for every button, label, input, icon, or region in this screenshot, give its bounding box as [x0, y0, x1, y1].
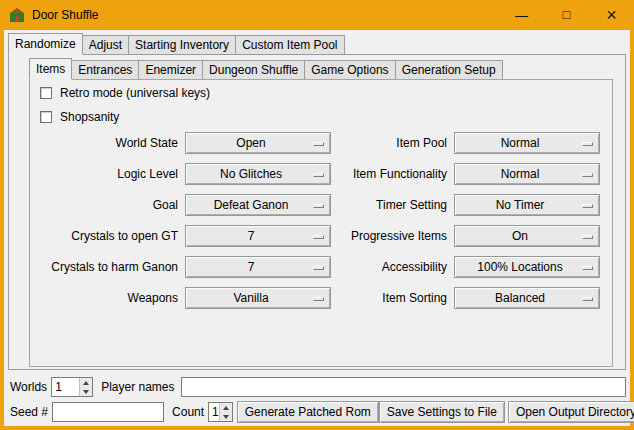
- count-spinner[interactable]: 1: [208, 402, 233, 422]
- weapons-dropdown[interactable]: Vanilla: [185, 287, 331, 309]
- dropdown-indicator-icon: [582, 297, 593, 301]
- generate-patched-rom-button[interactable]: Generate Patched Rom: [237, 401, 379, 423]
- tab-starting-inventory[interactable]: Starting Inventory: [128, 35, 236, 54]
- spin-down-icon[interactable]: [80, 387, 92, 396]
- dropdown-indicator-icon: [582, 142, 593, 146]
- dropdown-indicator-icon: [313, 142, 324, 146]
- dropdown-value: No Glitches: [220, 167, 296, 181]
- tab-label: Entrances: [78, 63, 132, 77]
- crystals-ganon-label: Crystals to harm Ganon: [40, 260, 178, 274]
- dropdown-indicator-icon: [313, 204, 324, 208]
- titlebar[interactable]: Door Shuffle — □ ×: [0, 0, 634, 30]
- dropdown-indicator-icon: [582, 266, 593, 270]
- dropdown-value: 7: [248, 229, 269, 243]
- client-area: Randomize Adjust Starting Inventory Cust…: [4, 30, 630, 426]
- option-row: Goal Defeat Ganon Timer Setting No Timer: [30, 194, 612, 216]
- sub-tab-bar: Items Entrances Enemizer Dungeon Shuffle…: [29, 57, 502, 79]
- open-output-directory-button[interactable]: Open Output Directory: [508, 401, 634, 423]
- tab-label: Enemizer: [145, 63, 196, 77]
- minimize-icon: —: [515, 8, 528, 23]
- tab-custom-item-pool[interactable]: Custom Item Pool: [235, 35, 344, 54]
- retro-mode-checkbox[interactable]: [40, 87, 52, 99]
- button-label: Open Output Directory: [516, 405, 634, 419]
- accessibility-dropdown[interactable]: 100% Locations: [454, 256, 600, 278]
- tab-label: Game Options: [311, 63, 388, 77]
- item-sorting-dropdown[interactable]: Balanced: [454, 287, 600, 309]
- dropdown-indicator-icon: [582, 204, 593, 208]
- worlds-value: 1: [52, 378, 79, 396]
- spin-down-icon[interactable]: [220, 412, 232, 421]
- tab-randomize[interactable]: Randomize: [8, 33, 83, 55]
- timer-setting-dropdown[interactable]: No Timer: [454, 194, 600, 216]
- count-label: Count: [172, 405, 204, 419]
- shopsanity-checkbox[interactable]: [40, 111, 52, 123]
- retro-mode-label: Retro mode (universal keys): [60, 86, 210, 100]
- save-settings-button[interactable]: Save Settings to File: [379, 401, 505, 423]
- progressive-items-label: Progressive Items: [337, 229, 447, 243]
- tab-label: Items: [36, 62, 65, 76]
- dropdown-value: 100% Locations: [477, 260, 576, 274]
- seed-row: Seed # Count 1 Generate Patched Rom Save…: [10, 401, 626, 423]
- close-icon: ×: [606, 5, 617, 26]
- world-state-label: World State: [40, 136, 178, 150]
- spin-up-icon[interactable]: [80, 378, 92, 387]
- spin-up-icon[interactable]: [220, 403, 232, 412]
- app-window: Door Shuffle — □ × Randomize Adjust Star…: [0, 0, 634, 430]
- item-functionality-label: Item Functionality: [337, 167, 447, 181]
- dropdown-value: 7: [248, 260, 269, 274]
- tab-label: Custom Item Pool: [242, 38, 337, 52]
- crystals-gt-dropdown[interactable]: 7: [185, 225, 331, 247]
- dropdown-value: Normal: [501, 136, 554, 150]
- dropdown-value: Open: [236, 136, 279, 150]
- shopsanity-label: Shopsanity: [60, 110, 119, 124]
- tab-dungeon-shuffle[interactable]: Dungeon Shuffle: [202, 60, 305, 79]
- option-row: World State Open Item Pool Normal: [30, 132, 612, 154]
- window-controls: — □ ×: [499, 0, 634, 30]
- logic-level-dropdown[interactable]: No Glitches: [185, 163, 331, 185]
- maximize-button[interactable]: □: [544, 0, 589, 30]
- close-button[interactable]: ×: [589, 0, 634, 30]
- dropdown-value: Balanced: [495, 291, 559, 305]
- tab-adjust[interactable]: Adjust: [82, 35, 129, 54]
- dropdown-value: On: [512, 229, 542, 243]
- accessibility-label: Accessibility: [337, 260, 447, 274]
- seed-input[interactable]: [52, 402, 164, 422]
- retro-mode-row: Retro mode (universal keys): [40, 86, 210, 100]
- player-names-label: Player names: [101, 380, 174, 394]
- dropdown-value: Defeat Ganon: [214, 198, 303, 212]
- tab-enemizer[interactable]: Enemizer: [138, 60, 203, 79]
- dropdown-indicator-icon: [313, 266, 324, 270]
- tab-game-options[interactable]: Game Options: [304, 60, 395, 79]
- item-pool-dropdown[interactable]: Normal: [454, 132, 600, 154]
- dropdown-indicator-icon: [313, 297, 324, 301]
- option-row: Crystals to open GT 7 Progressive Items …: [30, 225, 612, 247]
- worlds-spinner[interactable]: 1: [51, 377, 93, 397]
- button-label: Save Settings to File: [387, 405, 497, 419]
- button-label: Generate Patched Rom: [245, 405, 371, 419]
- shopsanity-row: Shopsanity: [40, 110, 119, 124]
- tab-generation-setup[interactable]: Generation Setup: [395, 60, 503, 79]
- item-functionality-dropdown[interactable]: Normal: [454, 163, 600, 185]
- worlds-label: Worlds: [10, 380, 47, 394]
- progressive-items-dropdown[interactable]: On: [454, 225, 600, 247]
- window-title: Door Shuffle: [32, 8, 99, 22]
- crystals-ganon-dropdown[interactable]: 7: [185, 256, 331, 278]
- option-row: Logic Level No Glitches Item Functionali…: [30, 163, 612, 185]
- goal-label: Goal: [40, 198, 178, 212]
- minimize-button[interactable]: —: [499, 0, 544, 30]
- world-state-dropdown[interactable]: Open: [185, 132, 331, 154]
- tab-items[interactable]: Items: [29, 58, 72, 80]
- count-value: 1: [209, 403, 219, 421]
- player-names-input[interactable]: [181, 377, 627, 397]
- dropdown-value: Normal: [501, 167, 554, 181]
- worlds-row: Worlds 1 Player names: [10, 376, 626, 398]
- dropdown-value: Vanilla: [233, 291, 282, 305]
- spinner-arrows: [79, 378, 92, 396]
- tab-label: Adjust: [89, 38, 122, 52]
- goal-dropdown[interactable]: Defeat Ganon: [185, 194, 331, 216]
- tab-entrances[interactable]: Entrances: [71, 60, 139, 79]
- dropdown-value: No Timer: [496, 198, 559, 212]
- app-icon: [9, 7, 25, 23]
- main-tab-bar: Randomize Adjust Starting Inventory Cust…: [8, 32, 344, 54]
- tab-label: Generation Setup: [402, 63, 496, 77]
